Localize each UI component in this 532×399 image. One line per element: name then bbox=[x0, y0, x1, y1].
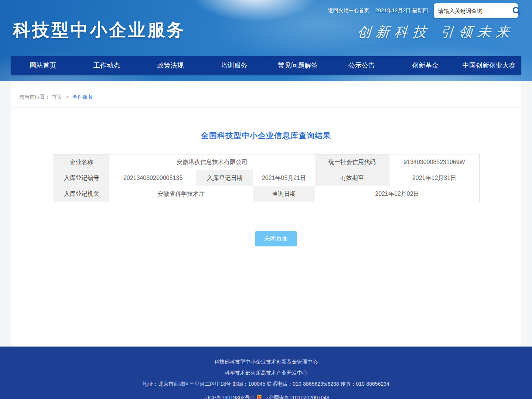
footer-contact-line: 地址：北京市西城区三里河二区甲18号 邮编：100045 联系电话：010-88… bbox=[0, 381, 532, 392]
registration-date-value: 2021年05月21日 bbox=[253, 170, 315, 186]
breadcrumb: 您当前位置： 首页 > 查询服务 bbox=[11, 81, 521, 108]
nav-item-policies[interactable]: 政策法规 bbox=[139, 56, 202, 75]
company-name-label: 企业名称 bbox=[54, 154, 109, 170]
footer-org-line2: 科学技术部火炬高技术产业开发中心 bbox=[0, 370, 532, 381]
query-date-label: 查询日期 bbox=[253, 186, 315, 202]
query-date-value: 2021年12月02日 bbox=[315, 186, 480, 202]
breadcrumb-prefix: 您当前位置： bbox=[19, 94, 50, 100]
query-result-table: 企业名称 安徽塔孜信息技术有限公司 统一社会信用代码 9134030008523… bbox=[54, 154, 480, 202]
police-record-link[interactable]: 京公网安备11010202007048 bbox=[264, 395, 330, 399]
table-row: 入库登记机关 安徽省科学技术厅 查询日期 2021年12月02日 bbox=[54, 186, 480, 202]
site-slogan: 创新科技 引领未来 bbox=[357, 23, 515, 41]
table-row: 企业名称 安徽塔孜信息技术有限公司 统一社会信用代码 9134030008523… bbox=[54, 154, 480, 170]
footer-org-line1: 科技部科技型中小企业技术创新基金管理中心 bbox=[0, 359, 532, 370]
breadcrumb-home-link[interactable]: 首页 bbox=[52, 94, 62, 100]
nav-item-announcements[interactable]: 公示公告 bbox=[330, 56, 394, 75]
search-icon[interactable] bbox=[512, 6, 521, 16]
valid-until-label: 有效期至 bbox=[315, 170, 389, 186]
credit-code-label: 统一社会信用代码 bbox=[315, 154, 389, 170]
top-utility-bar: 返回火炬中心首页 2021年12月2日 星期四 bbox=[328, 0, 518, 21]
content-panel: 您当前位置： 首页 > 查询服务 全国科技型中小企业信息库查询结果 企业名称 安… bbox=[11, 81, 521, 347]
nav-item-work-news[interactable]: 工作动态 bbox=[75, 56, 139, 75]
site-logo-title: 科技型中小企业服务 bbox=[13, 18, 186, 42]
back-to-torch-center-link[interactable]: 返回火炬中心首页 bbox=[328, 7, 369, 14]
current-date-label: 2021年12月2日 星期四 bbox=[375, 7, 428, 14]
footer: 科技部科技型中小企业技术创新基金管理中心 科学技术部火炬高技术产业开发中心 地址… bbox=[0, 347, 532, 399]
close-page-button[interactable]: 关闭页面 bbox=[255, 231, 297, 246]
table-row: 入库登记编号 202134030200005135 入库登记日期 2021年05… bbox=[54, 170, 480, 186]
registration-no-label: 入库登记编号 bbox=[54, 170, 109, 186]
breadcrumb-separator: > bbox=[66, 94, 69, 100]
credit-code-value: 91340300085231069W bbox=[389, 154, 480, 170]
nav-item-home[interactable]: 网站首页 bbox=[11, 56, 75, 75]
breadcrumb-current-link[interactable]: 查询服务 bbox=[72, 94, 93, 100]
search-box[interactable] bbox=[434, 3, 518, 18]
page-title: 全国科技型中小企业信息库查询结果 bbox=[11, 130, 521, 141]
valid-until-value: 2021年12月31日 bbox=[389, 170, 480, 186]
company-name-value: 安徽塔孜信息技术有限公司 bbox=[109, 154, 315, 170]
icp-record-link[interactable]: 京ICP备13019302号-1 bbox=[202, 395, 254, 399]
nav-item-faq[interactable]: 常见问题解答 bbox=[266, 56, 330, 75]
main-nav: 网站首页 工作动态 政策法规 培训服务 常见问题解答 公示公告 创新基金 中国创… bbox=[11, 56, 521, 75]
search-input[interactable] bbox=[438, 8, 512, 14]
footer-record-line: 京ICP备13019302号-1 京公网安备11010202007048 bbox=[0, 392, 532, 399]
nav-item-competition[interactable]: 中国创新创业大赛 bbox=[457, 56, 521, 75]
registration-date-label: 入库登记日期 bbox=[197, 170, 253, 186]
registration-authority-label: 入库登记机关 bbox=[54, 186, 109, 202]
nav-item-training[interactable]: 培训服务 bbox=[202, 56, 266, 75]
registration-authority-value: 安徽省科学技术厅 bbox=[109, 186, 253, 202]
police-badge-icon bbox=[256, 394, 262, 399]
nav-item-innovation-fund[interactable]: 创新基金 bbox=[393, 56, 457, 75]
registration-no-value: 202134030200005135 bbox=[109, 170, 197, 186]
